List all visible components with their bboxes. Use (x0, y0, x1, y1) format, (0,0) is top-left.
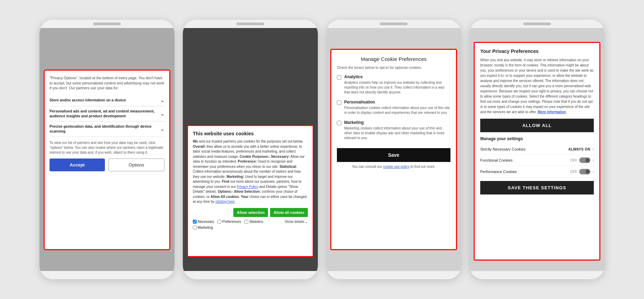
phone1-intro-text: "Privacy Options", located at the bottom… (50, 75, 164, 91)
phone-3: Manage Cookie Preferences Check the boxe… (326, 20, 461, 279)
personalisation-desc: Personalisation cookies collect informat… (344, 106, 450, 115)
phone2-body: We and our trusted partners use cookies … (193, 139, 308, 205)
phone-4: Your Privacy Preferences When you visit … (469, 20, 605, 279)
strictly-necessary-label: Strictly Necessary Cookies (480, 147, 526, 151)
marketing-checkbox[interactable] (193, 226, 197, 229)
clicking-here-link[interactable]: clicking here (215, 200, 235, 203)
phone1-item-2[interactable]: Personalised ads and content, ad and con… (50, 106, 164, 121)
marketing-checkbox-p3[interactable] (337, 121, 341, 125)
phone1-item-1[interactable]: Store and/or access information on a dev… (50, 95, 164, 106)
marketing-label: Marketing (344, 120, 450, 125)
functional-off-label: OFF (570, 158, 577, 162)
phone2-checkboxes: Necessary Preferences Statistics Show de… (193, 220, 308, 229)
analytics-desc: Analytics cookies help us improve our we… (344, 80, 450, 95)
allow-all-button[interactable]: ALLOW ALL (480, 119, 594, 132)
allow-selection-button[interactable]: Allow selection (233, 208, 268, 217)
strictly-necessary-right: ALWAYS ON › (568, 147, 594, 152)
performance-cookies-row[interactable]: Performance Cookies OFF › (480, 166, 594, 178)
phone1-btn-row: Accept Options (50, 158, 164, 171)
save-button[interactable]: Save (337, 148, 450, 162)
strictly-necessary-row[interactable]: Strictly Necessary Cookies ALWAYS ON › (480, 144, 594, 155)
performance-cookies-label: Performance Cookies (480, 170, 517, 174)
statistics-checkbox[interactable] (244, 220, 248, 224)
analytics-option: Analytics Analytics cookies help us impr… (337, 74, 450, 95)
checkbox-marketing[interactable]: Marketing (193, 226, 213, 229)
phone2-screen: This website uses cookies We and our tru… (183, 28, 318, 271)
phone4-privacy-dialog: Your Privacy Preferences When you visit … (474, 42, 600, 261)
phone3-screen: Manage Cookie Preferences Check the boxe… (326, 28, 461, 271)
phone2-btn-row: Allow selection Allow all cookies (193, 208, 308, 217)
phone1-screen: "Privacy Options", located at the bottom… (39, 28, 175, 271)
chevron-down-icon-1: ⌄ (160, 98, 164, 103)
chevron-down-icon-2: ⌄ (160, 111, 164, 117)
chevron-down-icon-3: ⌄ (160, 126, 164, 132)
functional-cookies-right: OFF › (570, 157, 594, 163)
functional-toggle-switch[interactable] (579, 157, 590, 163)
marketing-option: Marketing Marketing cookies collect info… (337, 120, 450, 141)
necessary-checkbox[interactable] (193, 220, 197, 224)
functional-cookies-row[interactable]: Functional Cookies OFF › (480, 155, 594, 166)
phone4-bottom (469, 271, 605, 279)
phone2-title: This website uses cookies (193, 131, 308, 136)
checkbox-statistics[interactable]: Statistics (244, 220, 263, 224)
functional-cookies-label: Functional Cookies (480, 158, 513, 162)
phone3-subtitle: Check the boxes below to opt-in for opti… (337, 65, 450, 70)
phone-top-bar-2 (183, 20, 318, 28)
more-information-link[interactable]: More information (538, 110, 566, 114)
chevron-right-icon-3: › (592, 169, 594, 174)
cookie-use-policy-link[interactable]: cookie use policy (383, 165, 410, 169)
consult-suffix: to find out more. (410, 165, 435, 169)
phone4-body: When you visit any website, it may store… (480, 57, 594, 115)
chevron-down-show-details: ⌄ (305, 220, 308, 224)
phone1-bottom (39, 271, 175, 279)
personalisation-option: Personalisation Personalisation cookies … (337, 100, 450, 115)
manage-heading: Manage your settings (480, 136, 594, 141)
phone-1: "Privacy Options", located at the bottom… (39, 20, 175, 279)
phone3-bottom (326, 271, 461, 279)
analytics-label: Analytics (344, 74, 450, 79)
show-details-toggle[interactable]: Show details ⌄ (285, 220, 308, 224)
phone-top-bar-4 (469, 20, 605, 28)
chevron-right-icon-1: › (592, 147, 594, 152)
consult-text: You can consult our (352, 165, 382, 169)
options-button[interactable]: Options (108, 158, 164, 171)
allow-all-cookies-button[interactable]: Allow all cookies (270, 208, 308, 217)
performance-cookies-right: OFF › (570, 169, 594, 174)
phone4-screen: Your Privacy Preferences When you visit … (469, 28, 605, 271)
preferences-checkbox[interactable] (217, 220, 221, 224)
performance-off-label: OFF (570, 170, 577, 174)
personalisation-checkbox[interactable] (337, 100, 341, 105)
chevron-right-icon-2: › (592, 158, 594, 163)
phone-top-bar-3 (326, 20, 461, 28)
phone2-cookie-dialog: This website uses cookies We and our tru… (187, 125, 314, 257)
personalisation-label: Personalisation (344, 100, 450, 105)
phone1-cookie-dialog: "Privacy Options", located at the bottom… (44, 70, 170, 250)
analytics-checkbox[interactable] (337, 75, 341, 80)
checkbox-preferences[interactable]: Preferences (217, 220, 241, 224)
cookie-link-row: You can consult our cookie use policy to… (337, 165, 450, 169)
phone1-item-3[interactable]: Precise geolocation data, and identifica… (50, 121, 164, 137)
phone3-title: Manage Cookie Preferences (337, 56, 450, 62)
always-on-badge: ALWAYS ON (568, 147, 590, 151)
phone2-bottom (183, 271, 318, 279)
performance-toggle-switch[interactable] (579, 169, 590, 174)
phone4-title: Your Privacy Preferences (480, 48, 594, 54)
checkbox-necessary[interactable]: Necessary (193, 220, 214, 224)
accept-button[interactable]: Accept (50, 158, 105, 171)
marketing-desc: Marketing cookies collect information ab… (344, 126, 450, 141)
save-settings-button[interactable]: SAVE THESE SETTINGS (480, 181, 594, 194)
phone-2: This website uses cookies We and our tru… (183, 20, 318, 279)
phone1-footer-text: To view our list of partners and see how… (50, 141, 164, 155)
phone3-cookie-dialog: Manage Cookie Preferences Check the boxe… (330, 49, 457, 250)
phone-top-bar-1 (39, 20, 175, 28)
privacy-policy-link[interactable]: Privacy Policy (237, 185, 258, 189)
